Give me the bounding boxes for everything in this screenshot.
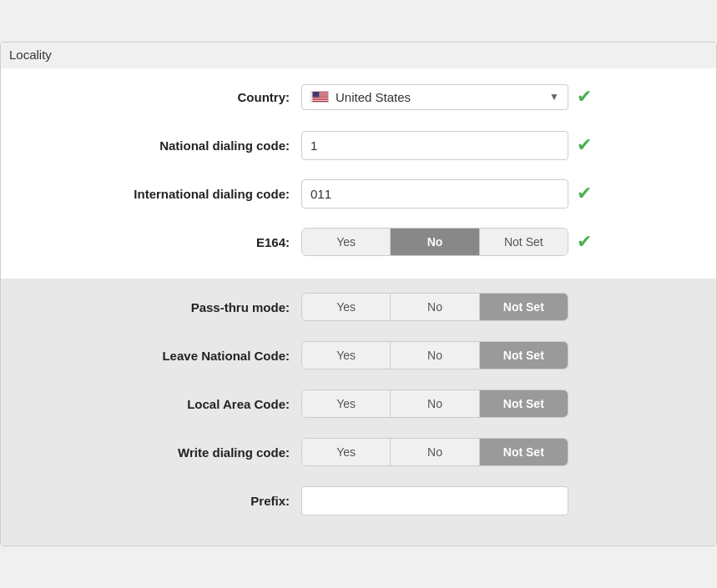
- write-dialing-label: Write dialing code:: [18, 445, 301, 460]
- passthru-row: Pass-thru mode: Yes No Not Set: [18, 287, 699, 327]
- leave-national-no-button[interactable]: No: [391, 342, 479, 369]
- write-dialing-not-set-button[interactable]: Not Set: [480, 439, 568, 465]
- country-control: United States ▼ United States ✔: [301, 84, 699, 110]
- write-dialing-toggle-group: Yes No Not Set: [301, 438, 568, 466]
- local-area-toggle-group: Yes No Not Set: [301, 389, 568, 418]
- local-area-yes-button[interactable]: Yes: [302, 390, 391, 417]
- e164-label: E164:: [18, 235, 301, 249]
- country-checkmark: ✔: [577, 86, 592, 108]
- international-dialing-input[interactable]: [301, 179, 568, 209]
- national-dialing-control: ✔: [301, 131, 699, 160]
- international-dialing-control: ✔: [301, 179, 699, 209]
- international-dialing-checkmark: ✔: [577, 183, 592, 204]
- international-dialing-label: International dialing code:: [18, 187, 301, 201]
- leave-national-toggle-group: Yes No Not Set: [301, 341, 568, 369]
- prefix-row: Prefix:: [18, 480, 699, 520]
- local-area-row: Local Area Code: Yes No Not Set: [18, 384, 699, 424]
- national-dialing-checkmark: ✔: [577, 134, 592, 156]
- write-dialing-control: Yes No Not Set: [301, 438, 699, 466]
- prefix-input[interactable]: [301, 486, 568, 515]
- e164-not-set-button[interactable]: Not Set: [480, 229, 568, 255]
- passthru-yes-button[interactable]: Yes: [302, 294, 391, 320]
- write-dialing-row: Write dialing code: Yes No Not Set: [18, 432, 699, 472]
- national-dialing-label: National dialing code:: [18, 138, 301, 153]
- e164-no-button[interactable]: No: [391, 229, 479, 255]
- leave-national-yes-button[interactable]: Yes: [302, 342, 391, 369]
- leave-national-not-set-button[interactable]: Not Set: [480, 342, 568, 369]
- local-area-label: Local Area Code:: [18, 397, 301, 411]
- national-dialing-row: National dialing code: ✔: [18, 125, 699, 165]
- e164-control: Yes No Not Set ✔: [301, 228, 699, 256]
- local-area-not-set-button[interactable]: Not Set: [480, 390, 568, 417]
- national-dialing-input[interactable]: [301, 131, 568, 160]
- passthru-control: Yes No Not Set: [301, 293, 699, 321]
- write-dialing-no-button[interactable]: No: [391, 439, 479, 465]
- passthru-no-button[interactable]: No: [391, 294, 479, 320]
- e164-checkmark: ✔: [577, 231, 592, 253]
- international-dialing-row: International dialing code: ✔: [18, 173, 699, 214]
- write-dialing-yes-button[interactable]: Yes: [302, 439, 391, 465]
- leave-national-control: Yes No Not Set: [301, 341, 699, 369]
- passthru-label: Pass-thru mode:: [18, 300, 301, 314]
- leave-national-row: Leave National Code: Yes No Not Set: [18, 335, 699, 375]
- country-select-wrapper[interactable]: United States ▼ United States: [301, 84, 568, 110]
- panel-title: Locality: [1, 43, 716, 68]
- e164-yes-button[interactable]: Yes: [302, 229, 391, 255]
- top-section: Country:: [1, 68, 716, 279]
- passthru-not-set-button[interactable]: Not Set: [480, 294, 568, 320]
- prefix-label: Prefix:: [18, 494, 301, 508]
- bottom-section: Pass-thru mode: Yes No Not Set Leave Nat…: [1, 279, 716, 545]
- e164-toggle-group: Yes No Not Set: [301, 228, 568, 256]
- country-label: Country:: [18, 90, 301, 104]
- e164-row: E164: Yes No Not Set ✔: [18, 222, 699, 262]
- passthru-toggle-group: Yes No Not Set: [301, 293, 568, 321]
- local-area-control: Yes No Not Set: [301, 389, 699, 418]
- leave-national-label: Leave National Code:: [18, 349, 301, 363]
- country-row: Country:: [18, 77, 699, 117]
- locality-panel: Locality Country:: [0, 42, 717, 546]
- local-area-no-button[interactable]: No: [391, 390, 479, 417]
- prefix-control: [301, 486, 699, 515]
